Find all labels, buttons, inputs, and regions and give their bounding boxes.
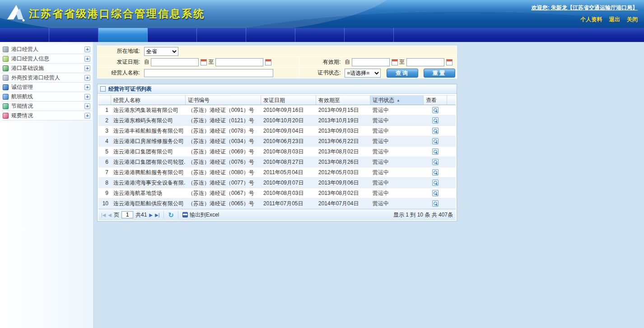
- profile-link[interactable]: 个人资料: [580, 16, 602, 23]
- nav-tab-7[interactable]: [295, 28, 345, 42]
- cert-status-cell: 营运中: [370, 188, 424, 199]
- sidebar-item-1[interactable]: 港口经营人 +: [1, 45, 92, 54]
- issue-date-cell: 2011年07月05日: [261, 199, 316, 209]
- view-icon[interactable]: [432, 107, 439, 113]
- sidebar-item-label: 港口经营人: [11, 46, 38, 53]
- save-icon: [182, 212, 188, 217]
- fee-icon: [3, 113, 9, 119]
- close-link[interactable]: 关闭: [627, 16, 638, 23]
- expand-icon[interactable]: +: [84, 103, 90, 109]
- table-row-3[interactable]: 3 连云港丰裕船舶服务有限公司 （苏连）港经证（0078）号 2010年09月0…: [98, 126, 456, 136]
- cert-status-cell: 营运中: [370, 136, 424, 147]
- operator-name-cell: 连云港海巨船舶供应有限公司: [111, 199, 186, 209]
- calendar-icon[interactable]: [201, 59, 207, 65]
- sidebar-item-8[interactable]: 规费情况 +: [1, 111, 92, 120]
- calendar-icon[interactable]: [446, 59, 453, 65]
- refresh-icon[interactable]: ↻: [168, 212, 174, 218]
- table-row-8[interactable]: 8 连云港港湾海事安全设备有限... （苏连）港经证（0077）号 2010年0…: [98, 178, 456, 188]
- view-icon[interactable]: [432, 180, 439, 186]
- nav-tab-4[interactable]: [148, 28, 197, 42]
- issue-date-from-input[interactable]: [151, 58, 199, 66]
- cert-status-cell: 营运中: [370, 178, 424, 188]
- issue-date-cell: 2010年10月20日: [261, 115, 316, 126]
- operator-name-cell: 连云港港湾海事安全设备有限...: [111, 178, 186, 188]
- row-number: 7: [98, 167, 111, 178]
- table-row-4[interactable]: 4 连云港港口房屋维修服务公司 （苏连）港经证（0034）号 2010年06月2…: [98, 136, 456, 147]
- filter-panel: 所在地域: 全省 发证日期: 自 至 有效期:: [97, 46, 457, 79]
- issue-date-cell: 2010年08月03日: [261, 147, 316, 157]
- cert-no-cell: （苏连）港经证（0065）号: [186, 199, 261, 209]
- nav-tab-1[interactable]: [0, 28, 49, 42]
- expand-icon[interactable]: +: [84, 94, 90, 100]
- nav-tab-3[interactable]: [98, 28, 148, 42]
- expand-icon[interactable]: +: [84, 84, 90, 90]
- page-number-input[interactable]: [121, 211, 133, 218]
- next-page-button[interactable]: ▶: [149, 213, 153, 217]
- calendar-icon[interactable]: [265, 59, 271, 65]
- cert-status-cell: 营运中: [370, 126, 424, 136]
- expand-icon[interactable]: +: [84, 113, 90, 119]
- cert-status-cell: 营运中: [370, 105, 424, 115]
- expand-icon[interactable]: +: [84, 75, 90, 81]
- table-row-6[interactable]: 6 连云港港口集团有限公司轮驳... （苏连）港经证（0076）号 2010年0…: [98, 157, 456, 167]
- view-icon[interactable]: [432, 190, 439, 196]
- operator-name-input[interactable]: [144, 69, 273, 77]
- valid-until-cell: 2013年09月15日: [316, 105, 370, 115]
- cert-status-cell: 营运中: [370, 157, 424, 167]
- issue-date-to-input[interactable]: [215, 58, 263, 66]
- view-icon[interactable]: [432, 159, 439, 165]
- sidebar-item-5[interactable]: 诚信管理 +: [1, 83, 92, 92]
- main-content: 所在地域: 全省 发证日期: 自 至 有效期:: [93, 42, 644, 328]
- valid-until-cell: 2013年09月03日: [316, 126, 370, 136]
- nav-tab-6[interactable]: [246, 28, 295, 42]
- export-excel-button[interactable]: 输出到Excel: [182, 211, 219, 219]
- col-cert-status[interactable]: 证书状态 ▲: [370, 96, 424, 105]
- cert-status-select[interactable]: =请选择=: [345, 69, 381, 78]
- table-row-10[interactable]: 10 连云港海巨船舶供应有限公司 （苏连）港经证（0065）号 2011年07月…: [98, 199, 456, 209]
- valid-until-cell: 2013年08月02日: [316, 147, 370, 157]
- sidebar-item-4[interactable]: 外商投资港口经营人 +: [1, 73, 92, 83]
- sidebar-item-7[interactable]: 节能情况 +: [1, 102, 92, 111]
- sidebar-item-6[interactable]: 航班航线 +: [1, 92, 92, 102]
- view-icon[interactable]: [432, 117, 439, 124]
- table-row-9[interactable]: 9 连云港海航基地货场 （苏连）港经证（0067）号 2010年08月03日 2…: [98, 188, 456, 199]
- table-row-1[interactable]: 1 连云港东鸿集装箱有限公司 （苏连）港经证（0091）号 2010年09月16…: [98, 105, 456, 115]
- issue-date-cell: 2010年09月16日: [261, 105, 316, 115]
- logout-link[interactable]: 退出: [609, 16, 620, 23]
- operator-name-cell: 连云港港口集团有限公司: [111, 147, 186, 157]
- sidebar-item-2[interactable]: 港口经营人信息 +: [1, 54, 92, 64]
- query-button[interactable]: 查询: [387, 69, 418, 78]
- region-select[interactable]: 全省: [144, 47, 178, 56]
- nav-tab-2[interactable]: [49, 28, 98, 42]
- validity-to-input[interactable]: [406, 58, 444, 66]
- last-page-button[interactable]: ▶|: [155, 213, 159, 217]
- col-issue-date[interactable]: 发证日期: [261, 96, 316, 105]
- validity-from-input[interactable]: [352, 58, 390, 66]
- expand-icon[interactable]: +: [84, 65, 90, 71]
- expand-icon[interactable]: +: [84, 56, 90, 62]
- view-icon[interactable]: [432, 200, 439, 207]
- col-cert-no[interactable]: 证书编号: [186, 96, 261, 105]
- reset-button[interactable]: 重置: [424, 69, 455, 78]
- view-icon[interactable]: [432, 169, 439, 176]
- nav-tab-8[interactable]: [345, 28, 394, 42]
- table-row-5[interactable]: 5 连云港港口集团有限公司 （苏连）港经证（0069）号 2010年08月03日…: [98, 147, 456, 157]
- expand-icon[interactable]: +: [84, 46, 90, 52]
- view-icon[interactable]: [432, 138, 439, 144]
- col-operator-name[interactable]: 经营人名称: [111, 96, 186, 105]
- view-icon[interactable]: [432, 148, 439, 155]
- sidebar-item-3[interactable]: 港口基础设施 +: [1, 64, 92, 73]
- col-valid-until[interactable]: 有效期至: [316, 96, 370, 105]
- table-row-7[interactable]: 7 连云港港腾船舶服务有限公司 （苏连）港经证（0080）号 2011年05月0…: [98, 167, 456, 178]
- nav-tab-5[interactable]: [197, 28, 246, 42]
- row-number: 8: [98, 178, 111, 188]
- prev-page-button[interactable]: ◀: [108, 213, 112, 217]
- table-row-2[interactable]: 2 连云港东粮码头有限公司 （苏连）港经证（0121）号 2010年10月20日…: [98, 115, 456, 126]
- view-icon[interactable]: [432, 128, 439, 134]
- pager-divider: [163, 211, 164, 218]
- app-logo-icon: [5, 4, 25, 23]
- calendar-icon[interactable]: [392, 59, 398, 65]
- sidebar: 港口经营人 + 港口经营人信息 + 港口基础设施 + 外商投资港口经营人 + 诚…: [0, 42, 93, 328]
- row-number: 2: [98, 115, 111, 126]
- first-page-button[interactable]: |◀: [101, 213, 106, 217]
